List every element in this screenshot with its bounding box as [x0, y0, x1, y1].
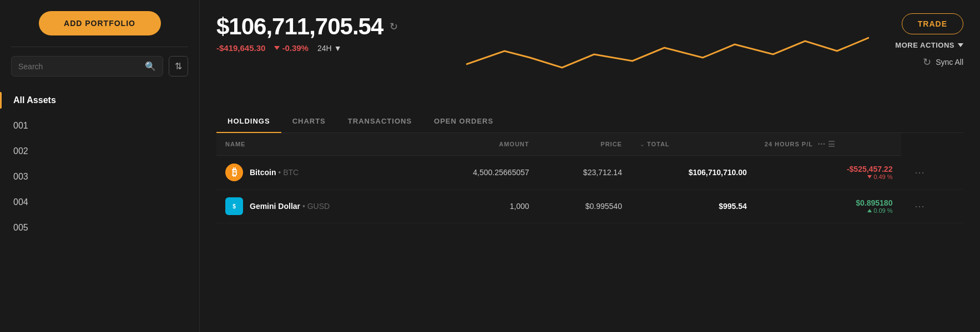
change-amount: -$419,645.30	[216, 43, 265, 53]
col-name: NAME	[216, 133, 417, 156]
more-actions-button[interactable]: MORE ACTIONS	[895, 41, 963, 49]
down-triangle-icon	[274, 46, 280, 50]
gusd-pnl-pct: 0.09 %	[765, 207, 893, 214]
tab-transactions[interactable]: TRANSACTIONS	[337, 110, 423, 133]
sidebar-item-004[interactable]: 004	[0, 190, 199, 215]
timeframe-label: 24H	[317, 44, 332, 53]
sidebar-item-all-assets[interactable]: All Assets	[0, 88, 199, 113]
header-row: $106,711,705.54 ↻ -$419,645.30 -0.39% 24…	[216, 13, 963, 68]
sidebar-divider	[11, 47, 188, 47]
portfolio-value: $106,711,705.54	[216, 13, 383, 40]
sidebar-item-003[interactable]: 003	[0, 164, 199, 190]
table-row: $ Gemini Dollar • GUSD 1,000 $0.995540 $…	[216, 190, 963, 223]
table-container: NAME AMOUNT PRICE ⌄ TOTAL 24 HOURS P/L ⋯	[216, 133, 963, 332]
col-price: PRICE	[538, 133, 631, 156]
gusd-more: ⋯	[901, 190, 963, 223]
col-amount: AMOUNT	[417, 133, 538, 156]
table-header-row: NAME AMOUNT PRICE ⌄ TOTAL 24 HOURS P/L ⋯	[216, 133, 963, 156]
trade-button[interactable]: TRADE	[902, 13, 963, 34]
top-right-actions: TRADE MORE ACTIONS ↻ Sync All	[895, 13, 963, 68]
search-input[interactable]	[18, 62, 140, 71]
add-portfolio-button[interactable]: ADD PORTFOLIO	[39, 11, 161, 35]
gusd-pnl-amount: $0.895180	[765, 198, 893, 207]
gusd-ticker: • GUSD	[302, 202, 330, 211]
gusd-more-button[interactable]: ⋯	[910, 198, 930, 214]
timeframe-selector[interactable]: 24H ▼	[317, 44, 342, 53]
gusd-icon: $	[225, 197, 243, 215]
btc-ticker: • BTC	[278, 168, 299, 177]
sidebar-item-005[interactable]: 005	[0, 215, 199, 241]
asset-name-cell: ₿ Bitcoin • BTC	[225, 164, 408, 181]
tab-charts[interactable]: CHARTS	[281, 110, 337, 133]
sidebar-item-002[interactable]: 002	[0, 139, 199, 164]
sort-down-icon: ⌄	[640, 141, 645, 147]
gusd-pnl-up-icon	[867, 209, 872, 212]
timeframe-caret-icon: ▼	[334, 44, 342, 53]
nav-list: All Assets 001 002 003 004 005	[0, 88, 199, 241]
holdings-table: NAME AMOUNT PRICE ⌄ TOTAL 24 HOURS P/L ⋯	[216, 133, 963, 223]
more-actions-caret-icon	[958, 43, 963, 47]
col-total[interactable]: ⌄ TOTAL	[631, 133, 756, 156]
search-icon: 🔍	[145, 61, 156, 71]
ellipsis-icon[interactable]: ⋯	[817, 140, 826, 149]
change-pct-value: -0.39%	[282, 43, 309, 53]
btc-pnl-down-icon	[867, 175, 872, 178]
gusd-amount: 1,000	[417, 190, 538, 223]
portfolio-value-block: $106,711,705.54 ↻ -$419,645.30 -0.39% 24…	[216, 13, 398, 53]
col-total-sort: ⌄ TOTAL	[640, 141, 747, 147]
refresh-icon[interactable]: ↻	[390, 21, 398, 33]
btc-icon: ₿	[225, 164, 243, 181]
btc-pnl-pct: 0.49 %	[765, 173, 893, 180]
gusd-total: $995.54	[631, 190, 756, 223]
gusd-price: $0.995540	[538, 190, 631, 223]
tabs: HOLDINGS CHARTS TRANSACTIONS OPEN ORDERS	[216, 110, 963, 133]
gusd-name-cell: $ Gemini Dollar • GUSD	[216, 190, 417, 223]
change-row: -$419,645.30 -0.39% 24H ▼	[216, 43, 398, 53]
table-row: ₿ Bitcoin • BTC 4,500.25665057 $23,712.1…	[216, 156, 963, 190]
asset-name-cell: $ Gemini Dollar • GUSD	[225, 197, 408, 215]
tab-open-orders[interactable]: OPEN ORDERS	[423, 110, 504, 133]
btc-price: $23,712.14	[538, 156, 631, 190]
sort-button[interactable]: ⇅	[169, 56, 188, 76]
more-actions-label: MORE ACTIONS	[895, 41, 954, 49]
search-row: 🔍 ⇅	[0, 56, 199, 76]
sidebar: ADD PORTFOLIO 🔍 ⇅ All Assets 001 002 003…	[0, 0, 200, 332]
col-24h-pl: 24 HOURS P/L ⋯ ☰	[756, 133, 902, 156]
col-24h-options: 24 HOURS P/L ⋯ ☰	[765, 140, 893, 149]
btc-pnl-amount: -$525,457.22	[765, 165, 893, 173]
tab-holdings[interactable]: HOLDINGS	[216, 110, 281, 133]
sync-icon: ↻	[923, 56, 931, 68]
btc-total: $106,710,710.00	[631, 156, 756, 190]
btc-more-button[interactable]: ⋯	[910, 164, 930, 181]
sidebar-item-001[interactable]: 001	[0, 113, 199, 139]
sync-all-button[interactable]: ↻ Sync All	[923, 56, 963, 68]
table-body: ₿ Bitcoin • BTC 4,500.25665057 $23,712.1…	[216, 156, 963, 223]
svg-text:$: $	[233, 203, 236, 210]
change-pct: -0.39%	[274, 43, 309, 53]
gusd-pnl: $0.895180 0.09 %	[756, 190, 902, 223]
btc-more: ⋯	[901, 156, 963, 190]
btc-amount: 4,500.25665057	[417, 156, 538, 190]
gusd-icon-svg: $	[226, 198, 242, 214]
btc-pnl: -$525,457.22 0.49 %	[756, 156, 902, 190]
gusd-label: Gemini Dollar • GUSD	[250, 202, 330, 211]
portfolio-value-line: $106,711,705.54 ↻	[216, 13, 398, 40]
search-box: 🔍	[11, 56, 163, 76]
btc-label: Bitcoin • BTC	[250, 168, 299, 177]
main-content: $106,711,705.54 ↻ -$419,645.30 -0.39% 24…	[200, 0, 980, 332]
sync-all-label: Sync All	[936, 58, 963, 67]
btc-name-cell: ₿ Bitcoin • BTC	[216, 156, 417, 190]
columns-icon[interactable]: ☰	[828, 140, 836, 149]
